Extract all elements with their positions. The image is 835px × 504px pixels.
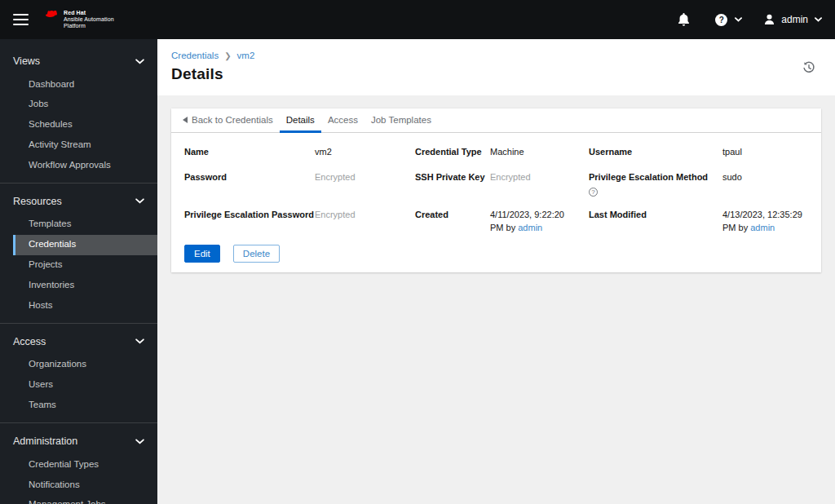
breadcrumb: Credentials ❯ vm2 xyxy=(171,51,821,60)
nav-group-toggle-resources[interactable]: Resources xyxy=(0,188,157,214)
caret-left-icon xyxy=(183,117,188,123)
chevron-down-icon xyxy=(135,59,144,64)
field-value-privilege-escalation-password: Encrypted xyxy=(315,209,402,222)
nav-group-label: Administration xyxy=(13,435,77,447)
field-value-name: vm2 xyxy=(315,146,402,159)
field-value-last-modified: 4/13/2023, 12:35:29 PM by admin xyxy=(722,209,808,235)
breadcrumb-credentials-link[interactable]: Credentials xyxy=(171,51,219,60)
nav-toggle-button[interactable] xyxy=(13,14,29,26)
nav-section-access: AccessOrganizationsUsersTeams xyxy=(0,323,157,422)
field-label-last-modified: Last Modified xyxy=(589,209,709,220)
sidebar-item-teams[interactable]: Teams xyxy=(13,396,157,416)
sidebar-item-users[interactable]: Users xyxy=(13,375,157,396)
delete-button[interactable]: Delete xyxy=(233,245,280,263)
help-menu[interactable]: ? xyxy=(715,14,742,26)
field-label-name: Name xyxy=(184,146,302,157)
nav-group-toggle-views[interactable]: Views xyxy=(0,48,157,74)
user-menu[interactable]: admin xyxy=(764,14,822,25)
page-header: Credentials ❯ vm2 Details xyxy=(157,39,835,95)
sidebar-item-projects[interactable]: Projects xyxy=(13,255,157,276)
field-value-ssh-private-key: Encrypted xyxy=(490,171,576,184)
field-label-privilege-escalation-method: Privilege Escalation Method? xyxy=(589,171,709,197)
tab-job-templates[interactable]: Job Templates xyxy=(364,108,438,132)
sidebar-item-jobs[interactable]: Jobs xyxy=(13,95,157,115)
bell-icon xyxy=(678,13,690,26)
tab-details[interactable]: Details xyxy=(280,108,321,132)
username-label: admin xyxy=(781,14,808,25)
chevron-down-icon xyxy=(815,17,822,22)
tab-bar: Back to Credentials DetailsAccessJob Tem… xyxy=(171,108,821,133)
sidebar-item-dashboard[interactable]: Dashboard xyxy=(13,74,157,95)
sidebar-item-credentials[interactable]: Credentials xyxy=(13,235,157,255)
tab-access[interactable]: Access xyxy=(321,108,364,132)
help-question-icon: ? xyxy=(715,14,727,26)
redhat-fedora-icon xyxy=(46,11,60,20)
nav-section-views: ViewsDashboardJobsSchedulesActivity Stre… xyxy=(0,43,157,183)
nav-section-resources: ResourcesTemplatesCredentialsProjectsInv… xyxy=(0,183,157,323)
field-label-credential-type: Credential Type xyxy=(415,146,477,157)
sidebar-item-hosts[interactable]: Hosts xyxy=(13,295,157,316)
nav-group-label: Access xyxy=(13,336,46,347)
field-value-created: 4/11/2023, 9:22:20 PM by admin xyxy=(490,209,576,235)
field-label-username: Username xyxy=(589,146,709,157)
sidebar-item-management-jobs[interactable]: Management Jobs xyxy=(13,495,157,504)
sidebar-item-notifications[interactable]: Notifications xyxy=(13,475,157,495)
brand-line-2: Ansible Automation xyxy=(64,16,114,23)
breadcrumb-vm2-link[interactable]: vm2 xyxy=(237,51,255,60)
history-clock-icon xyxy=(802,61,815,74)
nav-section-administration: AdministrationCredential TypesNotificati… xyxy=(0,422,157,504)
chevron-down-icon xyxy=(735,17,742,22)
notifications-bell-button[interactable] xyxy=(678,13,690,26)
field-value-username: tpaul xyxy=(722,146,808,159)
sidebar-item-activity-stream[interactable]: Activity Stream xyxy=(13,135,157,155)
nav-group-label: Resources xyxy=(13,196,62,207)
field-label-created: Created xyxy=(415,209,477,220)
help-question-icon[interactable]: ? xyxy=(589,188,598,197)
nav-group-toggle-administration[interactable]: Administration xyxy=(0,428,157,454)
chevron-down-icon xyxy=(135,338,144,344)
main-content: Credentials ❯ vm2 Details xyxy=(157,39,835,504)
user-icon xyxy=(764,14,775,25)
sidebar-item-inventories[interactable]: Inventories xyxy=(13,275,157,295)
field-value-credential-type: Machine xyxy=(490,146,576,159)
brand-line-3: Platform xyxy=(64,23,114,29)
nav-group-label: Views xyxy=(13,55,40,67)
chevron-down-icon xyxy=(135,198,144,204)
sidebar-item-templates[interactable]: Templates xyxy=(13,214,157,235)
brand-line-1: Red Hat xyxy=(64,10,114,16)
field-label-password: Password xyxy=(184,171,302,183)
tab-back-to-credentials[interactable]: Back to Credentials xyxy=(176,108,280,132)
credential-details-list: Namevm2Credential TypeMachineUsernametpa… xyxy=(171,133,821,243)
field-label-ssh-private-key: SSH Private Key xyxy=(415,171,477,183)
chevron-right-icon: ❯ xyxy=(224,51,231,60)
page-title: Details xyxy=(171,65,821,83)
sidebar: ViewsDashboardJobsSchedulesActivity Stre… xyxy=(0,39,157,504)
sidebar-item-workflow-approvals[interactable]: Workflow Approvals xyxy=(13,155,157,175)
user-link-admin[interactable]: admin xyxy=(518,223,542,232)
sidebar-item-credential-types[interactable]: Credential Types xyxy=(13,454,157,475)
sidebar-item-schedules[interactable]: Schedules xyxy=(13,115,157,135)
brand-logo: Red Hat Ansible Automation Platform xyxy=(46,10,114,30)
activity-history-button[interactable] xyxy=(802,61,815,77)
sidebar-item-organizations[interactable]: Organizations xyxy=(13,355,157,375)
masthead: Red Hat Ansible Automation Platform ? ad… xyxy=(0,0,835,39)
user-link-admin[interactable]: admin xyxy=(750,223,775,232)
details-card: Back to Credentials DetailsAccessJob Tem… xyxy=(171,108,821,272)
field-label-privilege-escalation-password: Privilege Escalation Password xyxy=(184,209,302,220)
chevron-down-icon xyxy=(135,439,144,444)
action-buttons: Edit Delete xyxy=(171,243,821,272)
nav-group-toggle-access[interactable]: Access xyxy=(0,329,157,355)
field-value-password: Encrypted xyxy=(315,171,402,184)
field-value-privilege-escalation-method: sudo xyxy=(722,171,808,184)
edit-button[interactable]: Edit xyxy=(184,245,220,263)
content-area: Back to Credentials DetailsAccessJob Tem… xyxy=(157,95,835,504)
